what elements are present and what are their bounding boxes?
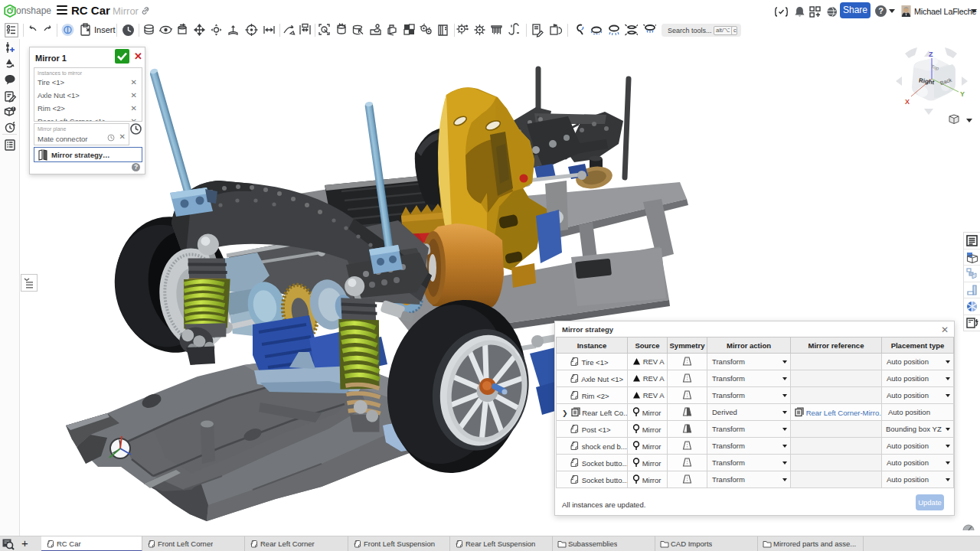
- svg-text:X: X: [905, 98, 910, 106]
- svg-text:Z: Z: [929, 51, 933, 58]
- svg-text:Y: Y: [960, 90, 965, 98]
